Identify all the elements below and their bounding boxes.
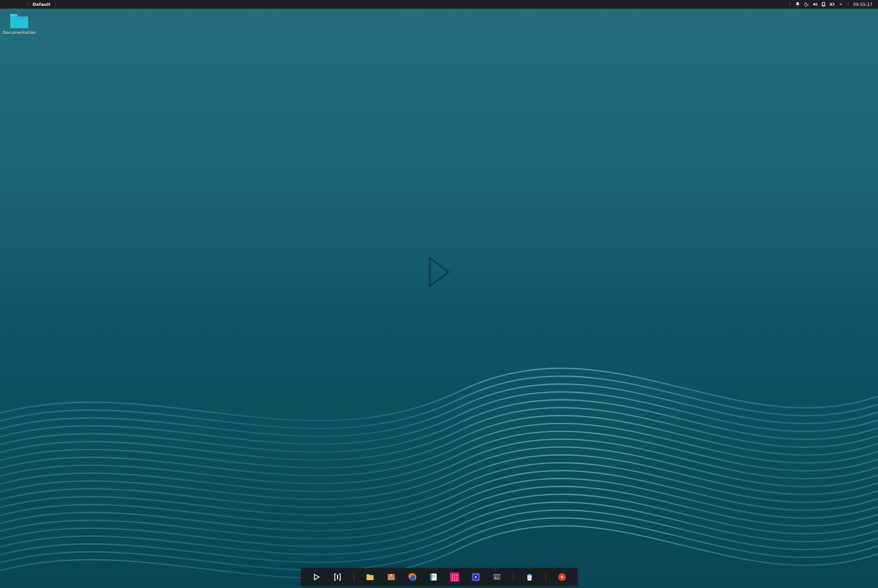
desktop-icon-documentation[interactable]: Documentation xyxy=(4,13,34,35)
power-icon xyxy=(557,572,567,582)
expand-icon[interactable] xyxy=(838,2,844,7)
notepad-icon xyxy=(429,572,438,582)
dock-item-power[interactable] xyxy=(557,572,567,582)
dock-item-archive-manager[interactable] xyxy=(386,572,396,582)
terminal-icon xyxy=(492,572,501,582)
top-panel: Default 09:55:17 xyxy=(0,0,878,9)
music-icon xyxy=(450,572,459,582)
separator xyxy=(55,2,56,7)
play-icon xyxy=(311,572,321,582)
night-light-icon[interactable] xyxy=(804,2,809,7)
dock-item-file-manager[interactable] xyxy=(365,572,375,582)
dock-item-applications[interactable] xyxy=(311,572,321,582)
dock-separator xyxy=(545,572,546,582)
svg-rect-1 xyxy=(822,3,824,5)
desktop[interactable]: Documentation xyxy=(0,9,878,588)
system-tray xyxy=(793,2,845,7)
desktop-icon-label: Documentation xyxy=(3,30,36,35)
folder-icon xyxy=(9,13,29,29)
dock-item-workspaces[interactable] xyxy=(332,572,342,582)
dock-item-firefox[interactable] xyxy=(407,572,417,582)
dock-item-text-editor[interactable] xyxy=(428,572,438,582)
panel-right: 09:55:17 xyxy=(787,0,878,9)
dock-item-media-player[interactable] xyxy=(471,572,481,582)
dock xyxy=(301,568,577,586)
workspace-switcher[interactable]: Default xyxy=(31,2,52,7)
separator xyxy=(790,2,790,7)
clock[interactable]: 09:55:17 xyxy=(852,2,876,7)
battery-icon[interactable] xyxy=(829,2,835,7)
panel-left: Default xyxy=(0,0,59,9)
dock-item-music-player[interactable] xyxy=(449,572,460,582)
volume-icon[interactable] xyxy=(812,2,818,7)
dock-item-trash[interactable] xyxy=(524,572,534,582)
svg-rect-4 xyxy=(831,4,831,5)
svg-rect-15 xyxy=(528,574,530,575)
svg-rect-5 xyxy=(337,575,338,579)
separator xyxy=(848,2,849,7)
dock-separator xyxy=(513,572,513,582)
svg-rect-13 xyxy=(493,574,500,575)
wallpaper-waves xyxy=(0,269,878,588)
distro-logo-icon xyxy=(426,256,453,289)
brackets-icon xyxy=(333,572,342,582)
firefox-icon xyxy=(407,572,417,582)
dock-item-terminal[interactable] xyxy=(492,572,502,582)
folder-icon xyxy=(365,572,375,582)
svg-rect-7 xyxy=(391,574,392,577)
svg-rect-3 xyxy=(834,4,834,5)
notifications-icon[interactable] xyxy=(795,2,800,7)
package-icon xyxy=(386,572,396,582)
media-icon xyxy=(471,572,480,582)
network-icon[interactable] xyxy=(821,2,826,7)
separator xyxy=(27,2,28,7)
dock-separator xyxy=(353,572,354,582)
trash-icon xyxy=(525,572,534,582)
